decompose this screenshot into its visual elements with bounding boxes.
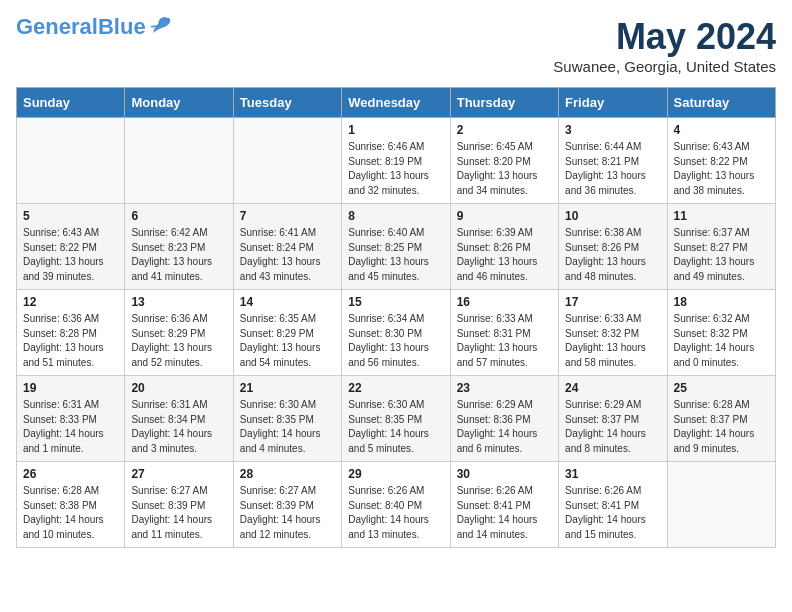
cell-info: Sunrise: 6:35 AM Sunset: 8:29 PM Dayligh… <box>240 312 335 370</box>
calendar-cell: 17Sunrise: 6:33 AM Sunset: 8:32 PM Dayli… <box>559 290 667 376</box>
calendar-cell: 16Sunrise: 6:33 AM Sunset: 8:31 PM Dayli… <box>450 290 558 376</box>
header-cell-thursday: Thursday <box>450 88 558 118</box>
cell-info: Sunrise: 6:31 AM Sunset: 8:33 PM Dayligh… <box>23 398 118 456</box>
cell-info: Sunrise: 6:44 AM Sunset: 8:21 PM Dayligh… <box>565 140 660 198</box>
cell-info: Sunrise: 6:33 AM Sunset: 8:31 PM Dayligh… <box>457 312 552 370</box>
day-number: 25 <box>674 381 769 395</box>
day-number: 23 <box>457 381 552 395</box>
day-number: 29 <box>348 467 443 481</box>
calendar-cell: 2Sunrise: 6:45 AM Sunset: 8:20 PM Daylig… <box>450 118 558 204</box>
subtitle: Suwanee, Georgia, United States <box>553 58 776 75</box>
calendar-cell: 6Sunrise: 6:42 AM Sunset: 8:23 PM Daylig… <box>125 204 233 290</box>
day-number: 26 <box>23 467 118 481</box>
day-number: 12 <box>23 295 118 309</box>
calendar-cell: 3Sunrise: 6:44 AM Sunset: 8:21 PM Daylig… <box>559 118 667 204</box>
calendar-cell: 7Sunrise: 6:41 AM Sunset: 8:24 PM Daylig… <box>233 204 341 290</box>
day-number: 8 <box>348 209 443 223</box>
calendar-cell: 23Sunrise: 6:29 AM Sunset: 8:36 PM Dayli… <box>450 376 558 462</box>
header: GeneralBlue May 2024 Suwanee, Georgia, U… <box>16 16 776 75</box>
main-title: May 2024 <box>553 16 776 58</box>
day-number: 30 <box>457 467 552 481</box>
cell-info: Sunrise: 6:42 AM Sunset: 8:23 PM Dayligh… <box>131 226 226 284</box>
calendar-cell: 29Sunrise: 6:26 AM Sunset: 8:40 PM Dayli… <box>342 462 450 548</box>
cell-info: Sunrise: 6:43 AM Sunset: 8:22 PM Dayligh… <box>23 226 118 284</box>
calendar-cell: 26Sunrise: 6:28 AM Sunset: 8:38 PM Dayli… <box>17 462 125 548</box>
cell-info: Sunrise: 6:40 AM Sunset: 8:25 PM Dayligh… <box>348 226 443 284</box>
header-cell-wednesday: Wednesday <box>342 88 450 118</box>
calendar-cell: 31Sunrise: 6:26 AM Sunset: 8:41 PM Dayli… <box>559 462 667 548</box>
calendar-cell: 24Sunrise: 6:29 AM Sunset: 8:37 PM Dayli… <box>559 376 667 462</box>
day-number: 15 <box>348 295 443 309</box>
day-number: 17 <box>565 295 660 309</box>
day-number: 10 <box>565 209 660 223</box>
cell-info: Sunrise: 6:33 AM Sunset: 8:32 PM Dayligh… <box>565 312 660 370</box>
day-number: 5 <box>23 209 118 223</box>
cell-info: Sunrise: 6:31 AM Sunset: 8:34 PM Dayligh… <box>131 398 226 456</box>
logo-general: General <box>16 14 98 39</box>
header-cell-sunday: Sunday <box>17 88 125 118</box>
header-row: SundayMondayTuesdayWednesdayThursdayFrid… <box>17 88 776 118</box>
bird-icon <box>149 16 171 34</box>
calendar-cell: 20Sunrise: 6:31 AM Sunset: 8:34 PM Dayli… <box>125 376 233 462</box>
header-cell-saturday: Saturday <box>667 88 775 118</box>
day-number: 6 <box>131 209 226 223</box>
cell-info: Sunrise: 6:29 AM Sunset: 8:36 PM Dayligh… <box>457 398 552 456</box>
header-cell-friday: Friday <box>559 88 667 118</box>
day-number: 24 <box>565 381 660 395</box>
cell-info: Sunrise: 6:41 AM Sunset: 8:24 PM Dayligh… <box>240 226 335 284</box>
week-row-5: 26Sunrise: 6:28 AM Sunset: 8:38 PM Dayli… <box>17 462 776 548</box>
cell-info: Sunrise: 6:27 AM Sunset: 8:39 PM Dayligh… <box>240 484 335 542</box>
day-number: 27 <box>131 467 226 481</box>
cell-info: Sunrise: 6:36 AM Sunset: 8:29 PM Dayligh… <box>131 312 226 370</box>
day-number: 21 <box>240 381 335 395</box>
calendar-cell <box>125 118 233 204</box>
calendar-cell: 15Sunrise: 6:34 AM Sunset: 8:30 PM Dayli… <box>342 290 450 376</box>
week-row-3: 12Sunrise: 6:36 AM Sunset: 8:28 PM Dayli… <box>17 290 776 376</box>
calendar-header: SundayMondayTuesdayWednesdayThursdayFrid… <box>17 88 776 118</box>
day-number: 14 <box>240 295 335 309</box>
cell-info: Sunrise: 6:30 AM Sunset: 8:35 PM Dayligh… <box>348 398 443 456</box>
calendar-cell: 14Sunrise: 6:35 AM Sunset: 8:29 PM Dayli… <box>233 290 341 376</box>
title-area: May 2024 Suwanee, Georgia, United States <box>553 16 776 75</box>
calendar-cell: 1Sunrise: 6:46 AM Sunset: 8:19 PM Daylig… <box>342 118 450 204</box>
cell-info: Sunrise: 6:26 AM Sunset: 8:41 PM Dayligh… <box>457 484 552 542</box>
cell-info: Sunrise: 6:37 AM Sunset: 8:27 PM Dayligh… <box>674 226 769 284</box>
day-number: 22 <box>348 381 443 395</box>
day-number: 16 <box>457 295 552 309</box>
header-cell-tuesday: Tuesday <box>233 88 341 118</box>
calendar-cell: 30Sunrise: 6:26 AM Sunset: 8:41 PM Dayli… <box>450 462 558 548</box>
calendar-cell: 11Sunrise: 6:37 AM Sunset: 8:27 PM Dayli… <box>667 204 775 290</box>
logo: GeneralBlue <box>16 16 171 38</box>
day-number: 1 <box>348 123 443 137</box>
calendar-cell: 12Sunrise: 6:36 AM Sunset: 8:28 PM Dayli… <box>17 290 125 376</box>
cell-info: Sunrise: 6:34 AM Sunset: 8:30 PM Dayligh… <box>348 312 443 370</box>
calendar-cell: 8Sunrise: 6:40 AM Sunset: 8:25 PM Daylig… <box>342 204 450 290</box>
day-number: 11 <box>674 209 769 223</box>
day-number: 20 <box>131 381 226 395</box>
cell-info: Sunrise: 6:27 AM Sunset: 8:39 PM Dayligh… <box>131 484 226 542</box>
cell-info: Sunrise: 6:38 AM Sunset: 8:26 PM Dayligh… <box>565 226 660 284</box>
calendar-cell <box>17 118 125 204</box>
logo-text: GeneralBlue <box>16 16 146 38</box>
cell-info: Sunrise: 6:32 AM Sunset: 8:32 PM Dayligh… <box>674 312 769 370</box>
calendar-table: SundayMondayTuesdayWednesdayThursdayFrid… <box>16 87 776 548</box>
cell-info: Sunrise: 6:39 AM Sunset: 8:26 PM Dayligh… <box>457 226 552 284</box>
week-row-1: 1Sunrise: 6:46 AM Sunset: 8:19 PM Daylig… <box>17 118 776 204</box>
day-number: 19 <box>23 381 118 395</box>
calendar-cell: 21Sunrise: 6:30 AM Sunset: 8:35 PM Dayli… <box>233 376 341 462</box>
cell-info: Sunrise: 6:29 AM Sunset: 8:37 PM Dayligh… <box>565 398 660 456</box>
calendar-cell: 22Sunrise: 6:30 AM Sunset: 8:35 PM Dayli… <box>342 376 450 462</box>
calendar-cell <box>233 118 341 204</box>
header-cell-monday: Monday <box>125 88 233 118</box>
calendar-cell: 9Sunrise: 6:39 AM Sunset: 8:26 PM Daylig… <box>450 204 558 290</box>
week-row-4: 19Sunrise: 6:31 AM Sunset: 8:33 PM Dayli… <box>17 376 776 462</box>
week-row-2: 5Sunrise: 6:43 AM Sunset: 8:22 PM Daylig… <box>17 204 776 290</box>
cell-info: Sunrise: 6:43 AM Sunset: 8:22 PM Dayligh… <box>674 140 769 198</box>
calendar-cell: 25Sunrise: 6:28 AM Sunset: 8:37 PM Dayli… <box>667 376 775 462</box>
cell-info: Sunrise: 6:36 AM Sunset: 8:28 PM Dayligh… <box>23 312 118 370</box>
cell-info: Sunrise: 6:28 AM Sunset: 8:38 PM Dayligh… <box>23 484 118 542</box>
cell-info: Sunrise: 6:28 AM Sunset: 8:37 PM Dayligh… <box>674 398 769 456</box>
calendar-cell: 19Sunrise: 6:31 AM Sunset: 8:33 PM Dayli… <box>17 376 125 462</box>
cell-info: Sunrise: 6:30 AM Sunset: 8:35 PM Dayligh… <box>240 398 335 456</box>
day-number: 18 <box>674 295 769 309</box>
